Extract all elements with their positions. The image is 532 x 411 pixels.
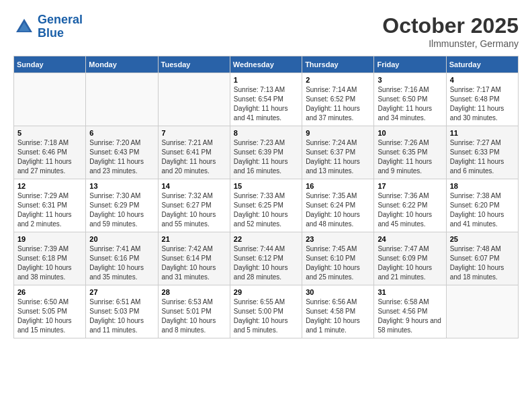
day-info: Sunrise: 7:16 AMSunset: 6:50 PMDaylight:… bbox=[378, 85, 442, 123]
calendar-cell: 18Sunrise: 7:38 AMSunset: 6:20 PMDayligh… bbox=[446, 179, 518, 232]
week-row-5: 26Sunrise: 6:50 AMSunset: 5:05 PMDayligh… bbox=[14, 285, 519, 338]
calendar-cell: 10Sunrise: 7:26 AMSunset: 6:35 PMDayligh… bbox=[374, 126, 446, 179]
day-number: 10 bbox=[378, 129, 442, 137]
calendar-cell: 15Sunrise: 7:33 AMSunset: 6:25 PMDayligh… bbox=[230, 179, 302, 232]
day-number: 18 bbox=[450, 182, 515, 190]
day-info: Sunrise: 6:55 AMSunset: 5:00 PMDaylight:… bbox=[234, 298, 298, 335]
day-info: Sunrise: 7:21 AMSunset: 6:41 PMDaylight:… bbox=[162, 138, 226, 176]
day-info: Sunrise: 7:36 AMSunset: 6:22 PMDaylight:… bbox=[378, 191, 442, 229]
calendar-cell: 9Sunrise: 7:24 AMSunset: 6:37 PMDaylight… bbox=[302, 126, 374, 179]
weekday-header-wednesday: Wednesday bbox=[230, 56, 302, 73]
title-block: October 2025 Ilmmunster, Germany bbox=[382, 13, 519, 49]
logo-blue: Blue bbox=[38, 26, 64, 40]
day-info: Sunrise: 7:47 AMSunset: 6:09 PMDaylight:… bbox=[378, 244, 442, 282]
day-number: 14 bbox=[162, 182, 226, 190]
calendar-cell: 24Sunrise: 7:47 AMSunset: 6:09 PMDayligh… bbox=[374, 232, 446, 285]
day-info: Sunrise: 7:24 AMSunset: 6:37 PMDaylight:… bbox=[306, 138, 370, 176]
day-info: Sunrise: 7:32 AMSunset: 6:27 PMDaylight:… bbox=[162, 191, 226, 229]
day-info: Sunrise: 7:20 AMSunset: 6:43 PMDaylight:… bbox=[89, 138, 154, 176]
day-info: Sunrise: 7:42 AMSunset: 6:14 PMDaylight:… bbox=[162, 244, 226, 282]
day-number: 3 bbox=[378, 76, 442, 84]
calendar-cell: 13Sunrise: 7:30 AMSunset: 6:29 PMDayligh… bbox=[86, 179, 158, 232]
weekday-header-thursday: Thursday bbox=[302, 56, 374, 73]
day-number: 29 bbox=[234, 288, 298, 296]
day-info: Sunrise: 7:29 AMSunset: 6:31 PMDaylight:… bbox=[17, 191, 82, 229]
page-header: General Blue October 2025 Ilmmunster, Ge… bbox=[13, 13, 519, 49]
calendar-cell bbox=[14, 73, 86, 126]
day-info: Sunrise: 7:18 AMSunset: 6:46 PMDaylight:… bbox=[17, 138, 82, 176]
day-info: Sunrise: 7:23 AMSunset: 6:39 PMDaylight:… bbox=[234, 138, 298, 176]
day-number: 7 bbox=[162, 129, 226, 137]
calendar-cell: 27Sunrise: 6:51 AMSunset: 5:03 PMDayligh… bbox=[86, 285, 158, 338]
day-number: 16 bbox=[306, 182, 370, 190]
day-number: 9 bbox=[306, 129, 370, 137]
day-number: 11 bbox=[450, 129, 515, 137]
calendar-cell: 17Sunrise: 7:36 AMSunset: 6:22 PMDayligh… bbox=[374, 179, 446, 232]
calendar-cell: 30Sunrise: 6:56 AMSunset: 4:58 PMDayligh… bbox=[302, 285, 374, 338]
day-info: Sunrise: 7:41 AMSunset: 6:16 PMDaylight:… bbox=[89, 244, 154, 282]
day-info: Sunrise: 6:53 AMSunset: 5:01 PMDaylight:… bbox=[162, 298, 226, 335]
calendar-cell: 5Sunrise: 7:18 AMSunset: 6:46 PMDaylight… bbox=[14, 126, 86, 179]
day-info: Sunrise: 7:44 AMSunset: 6:12 PMDaylight:… bbox=[234, 244, 298, 282]
day-number: 27 bbox=[89, 288, 154, 296]
day-info: Sunrise: 7:17 AMSunset: 6:48 PMDaylight:… bbox=[450, 85, 515, 123]
day-number: 13 bbox=[89, 182, 154, 190]
calendar-cell: 28Sunrise: 6:53 AMSunset: 5:01 PMDayligh… bbox=[158, 285, 230, 338]
logo-text: General Blue bbox=[38, 13, 83, 40]
calendar-cell: 20Sunrise: 7:41 AMSunset: 6:16 PMDayligh… bbox=[86, 232, 158, 285]
day-info: Sunrise: 6:51 AMSunset: 5:03 PMDaylight:… bbox=[89, 298, 154, 335]
calendar-cell bbox=[158, 73, 230, 126]
calendar: SundayMondayTuesdayWednesdayThursdayFrid… bbox=[13, 56, 519, 338]
month-title: October 2025 bbox=[382, 13, 519, 38]
calendar-cell: 23Sunrise: 7:45 AMSunset: 6:10 PMDayligh… bbox=[302, 232, 374, 285]
calendar-cell: 8Sunrise: 7:23 AMSunset: 6:39 PMDaylight… bbox=[230, 126, 302, 179]
day-number: 21 bbox=[162, 235, 226, 243]
weekday-header-row: SundayMondayTuesdayWednesdayThursdayFrid… bbox=[14, 56, 519, 73]
calendar-cell: 21Sunrise: 7:42 AMSunset: 6:14 PMDayligh… bbox=[158, 232, 230, 285]
weekday-header-saturday: Saturday bbox=[446, 56, 518, 73]
day-info: Sunrise: 6:58 AMSunset: 4:56 PMDaylight:… bbox=[378, 298, 442, 335]
weekday-header-tuesday: Tuesday bbox=[158, 56, 230, 73]
day-number: 4 bbox=[450, 76, 515, 84]
logo: General Blue bbox=[13, 13, 83, 40]
day-info: Sunrise: 6:56 AMSunset: 4:58 PMDaylight:… bbox=[306, 298, 370, 335]
day-number: 6 bbox=[89, 129, 154, 137]
day-number: 5 bbox=[17, 129, 82, 137]
calendar-cell: 1Sunrise: 7:13 AMSunset: 6:54 PMDaylight… bbox=[230, 73, 302, 126]
day-info: Sunrise: 7:35 AMSunset: 6:24 PMDaylight:… bbox=[306, 191, 370, 229]
location: Ilmmunster, Germany bbox=[382, 38, 519, 49]
day-info: Sunrise: 7:38 AMSunset: 6:20 PMDaylight:… bbox=[450, 191, 515, 229]
calendar-cell: 4Sunrise: 7:17 AMSunset: 6:48 PMDaylight… bbox=[446, 73, 518, 126]
logo-general: General bbox=[38, 13, 83, 26]
day-info: Sunrise: 6:50 AMSunset: 5:05 PMDaylight:… bbox=[17, 298, 82, 335]
day-number: 26 bbox=[17, 288, 82, 296]
week-row-4: 19Sunrise: 7:39 AMSunset: 6:18 PMDayligh… bbox=[14, 232, 519, 285]
day-number: 12 bbox=[17, 182, 82, 190]
week-row-3: 12Sunrise: 7:29 AMSunset: 6:31 PMDayligh… bbox=[14, 179, 519, 232]
day-number: 28 bbox=[162, 288, 226, 296]
calendar-cell: 6Sunrise: 7:20 AMSunset: 6:43 PMDaylight… bbox=[86, 126, 158, 179]
calendar-cell: 11Sunrise: 7:27 AMSunset: 6:33 PMDayligh… bbox=[446, 126, 518, 179]
day-number: 24 bbox=[378, 235, 442, 243]
day-number: 30 bbox=[306, 288, 370, 296]
day-info: Sunrise: 7:26 AMSunset: 6:35 PMDaylight:… bbox=[378, 138, 442, 176]
calendar-cell: 16Sunrise: 7:35 AMSunset: 6:24 PMDayligh… bbox=[302, 179, 374, 232]
day-info: Sunrise: 7:13 AMSunset: 6:54 PMDaylight:… bbox=[234, 85, 298, 123]
day-info: Sunrise: 7:48 AMSunset: 6:07 PMDaylight:… bbox=[450, 244, 515, 282]
calendar-cell: 2Sunrise: 7:14 AMSunset: 6:52 PMDaylight… bbox=[302, 73, 374, 126]
calendar-cell bbox=[446, 285, 518, 338]
day-info: Sunrise: 7:14 AMSunset: 6:52 PMDaylight:… bbox=[306, 85, 370, 123]
day-number: 25 bbox=[450, 235, 515, 243]
calendar-cell: 26Sunrise: 6:50 AMSunset: 5:05 PMDayligh… bbox=[14, 285, 86, 338]
logo-icon bbox=[13, 16, 35, 38]
calendar-cell: 14Sunrise: 7:32 AMSunset: 6:27 PMDayligh… bbox=[158, 179, 230, 232]
weekday-header-friday: Friday bbox=[374, 56, 446, 73]
day-info: Sunrise: 7:33 AMSunset: 6:25 PMDaylight:… bbox=[234, 191, 298, 229]
calendar-cell: 19Sunrise: 7:39 AMSunset: 6:18 PMDayligh… bbox=[14, 232, 86, 285]
calendar-cell: 7Sunrise: 7:21 AMSunset: 6:41 PMDaylight… bbox=[158, 126, 230, 179]
weekday-header-monday: Monday bbox=[86, 56, 158, 73]
day-info: Sunrise: 7:39 AMSunset: 6:18 PMDaylight:… bbox=[17, 244, 82, 282]
day-number: 19 bbox=[17, 235, 82, 243]
calendar-cell: 3Sunrise: 7:16 AMSunset: 6:50 PMDaylight… bbox=[374, 73, 446, 126]
week-row-1: 1Sunrise: 7:13 AMSunset: 6:54 PMDaylight… bbox=[14, 73, 519, 126]
